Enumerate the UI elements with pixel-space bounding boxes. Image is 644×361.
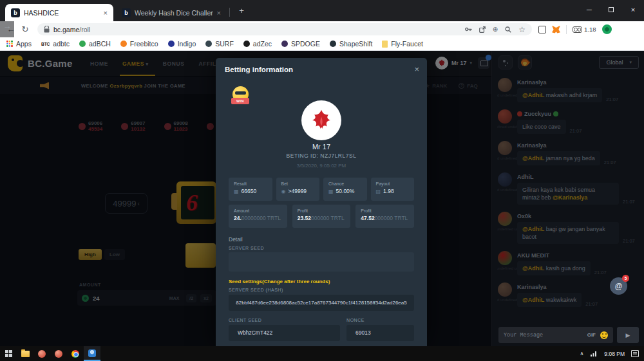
bookmark-item-apps[interactable]: Apps (6, 40, 32, 48)
notification-center-icon[interactable] (631, 350, 639, 357)
metamask-icon[interactable] (552, 26, 560, 33)
bookmark-item-indigo[interactable]: Indigo (168, 40, 196, 48)
modal-close-button[interactable]: × (414, 64, 419, 74)
amount-box-amount: Amount24.00000000 TRTL (229, 205, 287, 228)
nonce-field[interactable]: 69013 (346, 325, 414, 341)
file-explorer-button[interactable] (17, 346, 33, 361)
bookmark-item-fly-faucet[interactable]: Fly-Faucet (382, 40, 423, 48)
stat-value: ▦50.00% (328, 188, 362, 194)
page-icon (382, 41, 388, 48)
taskbar-app-1[interactable] (33, 346, 50, 361)
active-app-button[interactable] (84, 346, 100, 361)
value-main: 47.52 (361, 215, 374, 221)
value-currency: TRTL (266, 215, 281, 221)
lock-icon (44, 26, 50, 33)
modal-title: Betting information (225, 66, 293, 73)
mentions-badge: 5 (622, 275, 629, 282)
amount-box-profit: Profit23.52000000 TRTL (292, 205, 351, 228)
stat-number: 50.00% (336, 188, 355, 194)
tab-hashdice[interactable]: b HASHDICE × (5, 4, 113, 21)
chat-message-input[interactable] (504, 332, 583, 338)
favicon-dot (243, 41, 250, 47)
taskbar-app-2[interactable] (50, 346, 67, 361)
maximize-button[interactable] (600, 0, 622, 19)
server-seed-hash-label: SERVER SEED (HASH) (229, 288, 283, 292)
coin-icon: ◉ (281, 189, 286, 194)
zoom-search-icon[interactable] (505, 26, 511, 33)
page-content: BC.Game HOMEGAMES ▾BONUSAFFILIATEFORUM M… (0, 51, 644, 346)
cube-extension-icon[interactable] (538, 26, 546, 33)
server-seed-field[interactable] (229, 252, 414, 272)
bookmark-label: Apps (16, 40, 32, 48)
server-seed-hash-field[interactable]: 82bbf487d6ee238d6808ac52ce17a8767344790c… (229, 295, 414, 311)
bookmark-item-freebitco[interactable]: Freebitco (120, 40, 158, 48)
profile-avatar[interactable] (602, 24, 612, 34)
exchange-rate-extension[interactable]: 1.18 (573, 26, 596, 33)
extensions-area: 1.18 (538, 24, 612, 34)
tab-weekly-challenge[interactable]: b Weekly Hash Dice Challenge - Se × (116, 4, 227, 21)
bookmark-item-shapeshift[interactable]: ShapeShift (330, 40, 372, 48)
chrome-icon (71, 350, 79, 358)
tab-close-icon[interactable]: × (217, 9, 221, 17)
clock[interactable]: 9:08 PM (604, 351, 625, 357)
emoji-button[interactable] (600, 331, 608, 339)
bookmark-item-adbtc[interactable]: BTCadbtc (41, 40, 70, 48)
amounts-row: Amount24.00000000 TRTLProfit23.52000000 … (229, 205, 414, 228)
chrome-button[interactable] (67, 346, 84, 361)
favicon-dot (330, 41, 336, 47)
gif-button[interactable]: GIF (587, 332, 596, 338)
seed-nonce-row: CLIENT SEED WbhzCmT422 NONCE 69013 (229, 318, 414, 341)
network-icon[interactable] (590, 351, 598, 357)
share-icon[interactable] (479, 26, 486, 33)
amount-box-profit: Profit47.52000000 TRTL (355, 205, 414, 228)
amount-label: Profit (361, 208, 409, 213)
betting-info-modal: Betting information × WIN Mr 17 BETING I… (216, 58, 427, 346)
forward-button[interactable]: → (0, 21, 14, 37)
bookmark-item-spdoge[interactable]: SPDOGE (281, 40, 320, 48)
bookmark-item-adbch[interactable]: adBCH (79, 40, 111, 48)
stat-box-payout: Payout▤1.98 (371, 178, 415, 201)
url-text: bc.game/roll (53, 26, 90, 33)
windows-logo-icon (5, 350, 12, 357)
bet-timestamp: 3/5/2020, 9:05:02 PM (216, 163, 427, 169)
server-seed-label: SERVER SEED (229, 246, 264, 250)
send-button[interactable]: ▶ (617, 327, 639, 343)
value-zeros: 00000000 (242, 215, 266, 221)
start-button[interactable] (0, 346, 17, 361)
minimize-button[interactable]: ─ (578, 0, 600, 19)
tab-favicon: b (11, 8, 20, 17)
amount-label: Amount (234, 208, 282, 213)
stat-label: Chance (328, 181, 362, 186)
value-currency: TRTL (329, 215, 344, 221)
close-window-button[interactable]: × (622, 0, 644, 19)
apps-grid-icon (6, 41, 13, 47)
favicon-dot (281, 41, 288, 47)
tab-close-icon[interactable]: × (104, 9, 108, 17)
client-seed-field[interactable]: WbhzCmT422 (229, 325, 340, 341)
stat-value: ▤1.98 (376, 188, 410, 194)
bookmark-label: ShapeShift (339, 40, 372, 48)
reload-button[interactable]: ↻ (18, 24, 32, 34)
betting-id: BETING ID: NZJ7LRL7SL (216, 153, 427, 159)
stat-value: ◉>49999 (281, 188, 315, 194)
passwords-key-icon[interactable] (465, 26, 472, 32)
plus-circle-icon[interactable]: ⊕ (493, 26, 498, 33)
value-zeros: 000000 (375, 215, 393, 221)
mentions-button[interactable]: @ 5 (610, 277, 627, 295)
new-tab-button[interactable]: + (236, 5, 247, 17)
goggles-icon (573, 26, 582, 33)
value-main: 23.52 (298, 215, 311, 221)
tray-expand-icon[interactable]: ∧ (580, 351, 583, 356)
bookmark-item-surf[interactable]: SURF (205, 40, 234, 48)
bookmark-star-icon[interactable]: ☆ (518, 25, 526, 34)
chat-input-bar: GIF ▶ (498, 327, 639, 343)
amount-value: 24.00000000 TRTL (234, 215, 282, 221)
dice-icon: ▦ (328, 189, 334, 194)
phoenix-icon (307, 106, 336, 134)
taskbar-tray: ∧ 9:08 PM (580, 350, 644, 357)
separator (566, 25, 567, 34)
address-bar[interactable]: bc.game/roll ⊕ ☆ (37, 23, 532, 35)
value-currency: TRTL (393, 215, 408, 221)
tab-title: HASHDICE (24, 9, 100, 17)
bookmark-item-adzec[interactable]: adZec (243, 40, 272, 48)
